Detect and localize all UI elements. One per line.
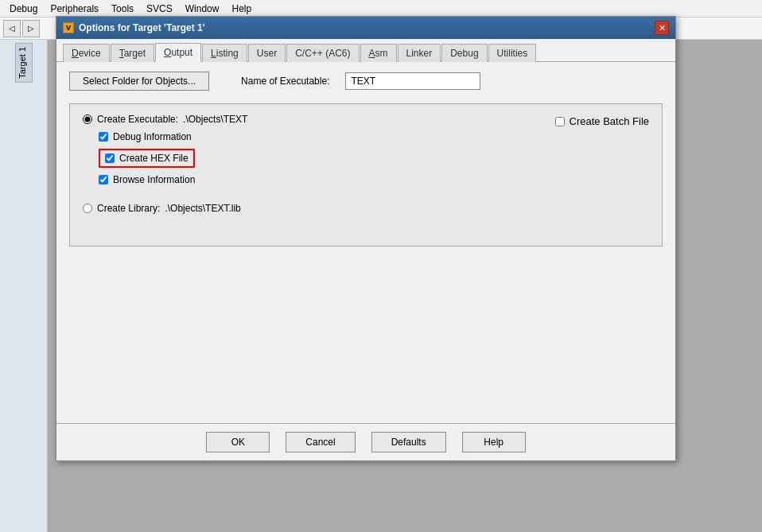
- create-batch-label: Create Batch File: [570, 115, 649, 127]
- group-left: Create Executable: .\Objects\TEXT Debug …: [83, 114, 555, 185]
- group-box: Create Executable: .\Objects\TEXT Debug …: [69, 103, 663, 247]
- browse-info-checkbox[interactable]: [99, 175, 108, 184]
- dialog-icon: V: [63, 22, 74, 33]
- help-button[interactable]: Help: [462, 432, 526, 452]
- debug-info-label: Debug Information: [113, 131, 192, 142]
- title-bar-left: V Options for Target 'Target 1': [63, 22, 205, 33]
- tab-listing[interactable]: Listing: [202, 44, 247, 62]
- tab-device[interactable]: Device: [63, 44, 110, 62]
- ok-button[interactable]: OK: [206, 432, 270, 452]
- create-executable-path: .\Objects\TEXT: [183, 114, 247, 125]
- create-library-path: .\Objects\TEXT.lib: [165, 203, 240, 214]
- tab-user[interactable]: User: [248, 44, 286, 62]
- debug-info-row: Debug Information: [99, 131, 555, 142]
- create-batch-checkbox[interactable]: [555, 117, 565, 126]
- create-library-radio[interactable]: [83, 204, 92, 213]
- exec-input[interactable]: [345, 72, 480, 90]
- defaults-button[interactable]: Defaults: [371, 432, 446, 452]
- tab-asm[interactable]: Asm: [360, 44, 397, 62]
- create-executable-row: Create Executable: .\Objects\TEXT: [83, 114, 555, 125]
- tab-ccpp[interactable]: C/C++ (AC6): [286, 44, 359, 62]
- create-library-row: Create Library: .\Objects\TEXT.lib: [83, 203, 649, 214]
- exec-label: Name of Executable:: [241, 76, 329, 87]
- create-batch-area: Create Batch File: [555, 115, 649, 127]
- cancel-button[interactable]: Cancel: [286, 432, 355, 452]
- tab-output[interactable]: Output: [155, 43, 201, 62]
- dialog-overlay: V Options for Target 'Target 1' ✕ Device…: [0, 0, 762, 532]
- select-folder-button[interactable]: Select Folder for Objects...: [69, 72, 209, 91]
- create-executable-radio[interactable]: [83, 115, 92, 124]
- dialog-footer: OK Cancel Defaults Help: [56, 423, 675, 460]
- tab-utilities[interactable]: Utilities: [488, 44, 537, 62]
- title-bar: V Options for Target 'Target 1' ✕: [56, 17, 675, 39]
- browse-info-row: Browse Information: [99, 174, 555, 185]
- tab-bar: Device Target Output Listing User C/C++ …: [56, 39, 675, 62]
- dialog-content: Select Folder for Objects... Name of Exe…: [56, 62, 675, 423]
- close-button[interactable]: ✕: [655, 21, 669, 35]
- tab-debug[interactable]: Debug: [441, 44, 487, 62]
- create-hex-checkbox[interactable]: [105, 153, 115, 163]
- create-library-label: Create Library:: [97, 203, 160, 214]
- debug-info-checkbox[interactable]: [99, 132, 108, 142]
- tab-linker[interactable]: Linker: [398, 44, 441, 62]
- create-hex-row: Create HEX File: [99, 149, 195, 168]
- browse-info-label: Browse Information: [113, 174, 195, 185]
- checkbox-area: Debug Information Create HEX File Browse…: [99, 131, 555, 185]
- create-executable-label: Create Executable:: [97, 114, 178, 125]
- create-hex-label: Create HEX File: [119, 153, 189, 164]
- top-row: Select Folder for Objects... Name of Exe…: [69, 72, 663, 91]
- tab-target[interactable]: Target: [111, 44, 154, 62]
- dialog-title: Options for Target 'Target 1': [79, 22, 205, 33]
- options-dialog: V Options for Target 'Target 1' ✕ Device…: [56, 16, 676, 461]
